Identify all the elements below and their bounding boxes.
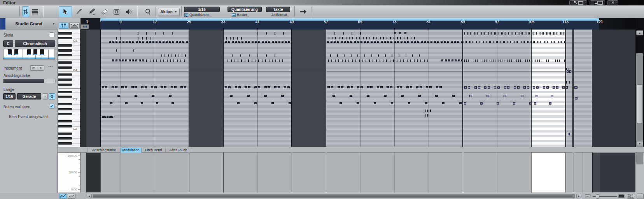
midi-note[interactable] bbox=[538, 32, 538, 35]
midi-note[interactable] bbox=[404, 41, 406, 43]
listen-tool-button[interactable] bbox=[123, 6, 135, 17]
midi-note[interactable] bbox=[153, 59, 154, 62]
midi-note[interactable] bbox=[357, 41, 359, 43]
pin-keys-button[interactable] bbox=[59, 23, 68, 29]
midi-note[interactable] bbox=[468, 41, 468, 43]
midi-note[interactable] bbox=[417, 59, 418, 62]
midi-note[interactable] bbox=[282, 59, 283, 62]
tab-after-touch[interactable]: After Touch bbox=[166, 148, 191, 153]
midi-note[interactable] bbox=[225, 86, 227, 88]
midi-note[interactable] bbox=[520, 32, 520, 35]
midi-note[interactable] bbox=[109, 41, 111, 43]
midi-note[interactable] bbox=[283, 32, 284, 35]
midi-note[interactable] bbox=[177, 59, 178, 62]
midi-note[interactable] bbox=[429, 110, 429, 112]
midi-note[interactable] bbox=[411, 37, 411, 39]
midi-note[interactable] bbox=[129, 59, 131, 61]
midi-note[interactable] bbox=[351, 54, 352, 57]
midi-note[interactable] bbox=[234, 59, 235, 62]
midi-note[interactable] bbox=[406, 54, 406, 57]
midi-note[interactable] bbox=[514, 32, 514, 35]
midi-note[interactable] bbox=[484, 86, 486, 89]
midi-note[interactable] bbox=[173, 59, 174, 62]
midi-note[interactable] bbox=[266, 32, 267, 35]
midi-note[interactable] bbox=[228, 59, 228, 62]
midi-note[interactable] bbox=[135, 59, 137, 61]
piano-key-black[interactable] bbox=[58, 84, 72, 86]
piano-key-black[interactable] bbox=[58, 37, 72, 39]
midi-note[interactable] bbox=[523, 41, 523, 43]
midi-note[interactable] bbox=[526, 41, 526, 43]
midi-note[interactable] bbox=[536, 95, 538, 97]
midi-note[interactable] bbox=[238, 86, 241, 88]
hscroll-thumb[interactable] bbox=[93, 195, 572, 197]
piano-key-black[interactable] bbox=[58, 103, 72, 105]
midi-note[interactable] bbox=[539, 32, 539, 35]
midi-note[interactable] bbox=[399, 54, 399, 57]
midi-note[interactable] bbox=[539, 59, 540, 62]
midi-note[interactable] bbox=[387, 41, 389, 43]
midi-note[interactable] bbox=[461, 59, 463, 61]
midi-note[interactable] bbox=[266, 54, 267, 57]
midi-note[interactable] bbox=[502, 59, 502, 62]
midi-note[interactable] bbox=[507, 86, 509, 89]
midi-note[interactable] bbox=[541, 32, 541, 35]
midi-note[interactable] bbox=[467, 32, 468, 35]
midi-note[interactable] bbox=[527, 32, 527, 35]
midi-note[interactable] bbox=[390, 86, 392, 88]
vertical-zoom-button[interactable] bbox=[627, 194, 634, 199]
scale-keyboard[interactable] bbox=[3, 49, 55, 59]
midi-note[interactable] bbox=[152, 41, 154, 43]
midi-note[interactable] bbox=[345, 59, 346, 62]
midi-note[interactable] bbox=[156, 41, 158, 43]
midi-note[interactable] bbox=[474, 41, 474, 43]
piano-key-black[interactable] bbox=[58, 113, 72, 115]
midi-note[interactable] bbox=[504, 41, 505, 43]
midi-note[interactable] bbox=[407, 41, 409, 43]
midi-note[interactable] bbox=[347, 86, 350, 88]
midi-note[interactable] bbox=[282, 41, 284, 43]
midi-note[interactable] bbox=[497, 59, 497, 62]
midi-note[interactable] bbox=[497, 86, 500, 89]
midi-note[interactable] bbox=[499, 59, 499, 62]
midi-note[interactable] bbox=[230, 95, 233, 97]
midi-note[interactable] bbox=[551, 41, 552, 43]
midi-note[interactable] bbox=[552, 59, 552, 62]
midi-note[interactable] bbox=[427, 41, 429, 43]
midi-note[interactable] bbox=[117, 95, 120, 97]
midi-note[interactable] bbox=[565, 32, 565, 35]
midi-note[interactable] bbox=[383, 37, 384, 39]
midi-note[interactable] bbox=[504, 86, 506, 89]
zoom-out-button[interactable]: – bbox=[585, 194, 590, 198]
midi-note[interactable] bbox=[563, 41, 563, 43]
midi-note[interactable] bbox=[454, 41, 456, 43]
midi-note[interactable] bbox=[458, 59, 460, 61]
midi-note[interactable] bbox=[466, 41, 467, 43]
midi-note[interactable] bbox=[159, 41, 161, 43]
midi-note[interactable] bbox=[119, 41, 121, 43]
midi-note[interactable] bbox=[426, 86, 428, 88]
midi-note[interactable] bbox=[274, 86, 276, 88]
midi-note[interactable] bbox=[566, 81, 567, 84]
midi-note[interactable] bbox=[334, 32, 335, 35]
midi-note[interactable] bbox=[499, 32, 499, 35]
midi-note[interactable] bbox=[478, 41, 478, 43]
midi-note[interactable] bbox=[182, 41, 184, 43]
midi-note[interactable] bbox=[350, 41, 352, 43]
midi-note[interactable] bbox=[247, 95, 250, 97]
drum-view-button[interactable] bbox=[69, 23, 80, 29]
midi-note[interactable] bbox=[424, 41, 426, 43]
tab-more[interactable]: ... bbox=[78, 148, 88, 153]
midi-note[interactable] bbox=[407, 37, 408, 39]
piano-keyboard[interactable]: C5C4C3C2 bbox=[58, 30, 80, 147]
midi-note[interactable] bbox=[557, 41, 557, 43]
midi-note[interactable] bbox=[357, 102, 359, 104]
midi-note[interactable] bbox=[493, 32, 493, 35]
midi-note[interactable] bbox=[272, 41, 274, 43]
midi-note[interactable] bbox=[145, 86, 147, 88]
scroll-down-button[interactable]: ▼ bbox=[636, 141, 643, 146]
midi-note[interactable] bbox=[545, 32, 545, 35]
midi-note[interactable] bbox=[252, 59, 252, 62]
midi-note[interactable] bbox=[427, 114, 428, 117]
midi-note[interactable] bbox=[226, 37, 227, 40]
